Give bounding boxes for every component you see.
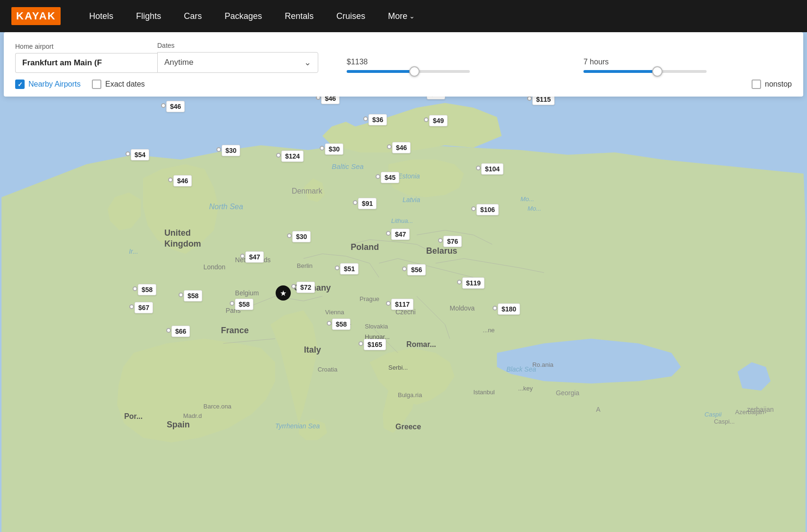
svg-text:Belgium: Belgium [235, 289, 259, 297]
price-label-pin[interactable]: $58 [235, 299, 253, 310]
airport-dot[interactable] [386, 301, 391, 306]
price-label-pin[interactable]: $56 [407, 264, 426, 275]
nav-flights[interactable]: Flights [132, 9, 165, 23]
kayak-logo[interactable]: KAYAK [11, 7, 61, 25]
price-label-pin[interactable]: $45 [381, 172, 399, 183]
svg-text:Ir...: Ir... [129, 248, 138, 255]
map-container[interactable]: United Kingdom France Germany Netherland… [0, 32, 807, 532]
price-label-pin[interactable]: $46 [392, 142, 411, 153]
airport-dot[interactable] [161, 103, 166, 108]
airport-dot[interactable] [376, 174, 380, 179]
airport-dot[interactable] [527, 96, 532, 101]
airport-dot[interactable] [476, 166, 481, 170]
nav-more[interactable]: More ⌄ [384, 9, 419, 23]
svg-text:France: France [221, 326, 249, 335]
price-label-pin[interactable]: $124 [281, 151, 304, 162]
price-label-pin[interactable]: $30 [292, 231, 311, 242]
airport-dot[interactable] [168, 177, 173, 182]
price-label-pin[interactable]: $58 [184, 290, 202, 301]
svg-text:Slovakia: Slovakia [365, 323, 388, 330]
price-slider-track[interactable] [347, 70, 470, 73]
nav-packages[interactable]: Packages [221, 9, 266, 23]
price-label-pin[interactable]: $76 [443, 236, 462, 247]
airport-dot[interactable] [424, 117, 429, 122]
nav-cruises[interactable]: Cruises [332, 9, 369, 23]
svg-text:Spain: Spain [167, 420, 190, 429]
price-label-pin[interactable]: $46 [173, 175, 192, 186]
airport-dot[interactable] [179, 293, 183, 297]
nonstop-checkbox[interactable]: nonstop [752, 80, 792, 89]
airport-dot[interactable] [471, 206, 476, 211]
svg-text:Berlin: Berlin [297, 262, 313, 269]
svg-text:Caspi...: Caspi... [714, 418, 735, 425]
home-airport-input[interactable] [15, 53, 157, 73]
airport-dot[interactable] [457, 280, 462, 284]
airport-dot[interactable] [320, 146, 324, 151]
airport-dot[interactable] [387, 144, 392, 149]
airport-dot[interactable] [335, 266, 340, 270]
price-label-pin[interactable]: $30 [325, 143, 343, 155]
svg-text:Latvia: Latvia [403, 196, 420, 204]
price-label-pin[interactable]: $165 [364, 339, 386, 350]
airport-dot[interactable] [216, 147, 221, 152]
svg-text:Mo...: Mo... [528, 205, 541, 212]
price-label-pin[interactable]: $47 [245, 251, 264, 263]
nearby-airports-label: Nearby Airports [28, 80, 81, 89]
airport-dot[interactable] [386, 231, 391, 236]
price-label-pin[interactable]: $106 [476, 204, 499, 215]
price-label-pin[interactable]: $54 [131, 149, 149, 160]
hours-slider-track[interactable] [583, 70, 707, 73]
price-label-pin[interactable]: $117 [391, 299, 413, 310]
airport-dot[interactable] [230, 301, 234, 306]
price-label-pin[interactable]: $30 [222, 145, 240, 156]
dates-select[interactable]: Anytime ⌄ [157, 52, 318, 73]
airport-dot[interactable] [327, 321, 332, 326]
airport-dot[interactable] [287, 233, 292, 238]
airport-dot[interactable] [402, 266, 407, 271]
price-label-pin[interactable]: $104 [481, 163, 503, 175]
svg-text:Greece: Greece [395, 423, 421, 431]
airport-dot[interactable] [438, 238, 443, 243]
price-label-pin[interactable]: $51 [340, 263, 359, 275]
price-slider-thumb[interactable] [409, 66, 420, 77]
nav-more-label: More [388, 11, 407, 21]
nav-cars[interactable]: Cars [180, 9, 206, 23]
airport-dot[interactable] [493, 306, 497, 310]
svg-text:Estonia: Estonia [398, 172, 420, 180]
home-airport-marker: ★ [276, 285, 291, 301]
svg-text:...ne: ...ne [483, 327, 494, 334]
price-label-pin[interactable]: $72 [296, 282, 315, 293]
price-label: $1138 [347, 58, 555, 66]
price-label-pin[interactable]: $58 [138, 284, 156, 295]
exact-dates-checkbox[interactable]: Exact dates [92, 80, 145, 89]
airport-dot[interactable] [359, 341, 363, 346]
airport-dot[interactable] [353, 200, 358, 205]
price-label-pin[interactable]: $49 [429, 115, 448, 126]
airport-dot[interactable] [276, 153, 281, 158]
checkmark-icon: ✓ [18, 81, 23, 88]
price-label-pin[interactable]: $180 [498, 303, 520, 315]
svg-text:Por...: Por... [124, 412, 143, 420]
price-slider-group: $1138 [347, 58, 555, 73]
airport-dot[interactable] [363, 116, 368, 121]
airport-dot[interactable] [129, 304, 134, 309]
nav-hotels[interactable]: Hotels [85, 9, 117, 23]
home-airport-label: Home airport [15, 43, 157, 50]
price-label-pin[interactable]: $36 [368, 114, 387, 125]
airport-dot[interactable] [166, 328, 171, 333]
nav-rentals[interactable]: Rentals [281, 9, 317, 23]
svg-text:Belarus: Belarus [426, 246, 457, 256]
price-label-pin[interactable]: $91 [358, 198, 377, 209]
airport-dot[interactable] [291, 284, 296, 289]
price-label-pin[interactable]: $58 [332, 319, 350, 330]
price-label-pin[interactable]: $66 [171, 326, 190, 337]
nearby-airports-checkbox[interactable]: ✓ Nearby Airports [15, 80, 81, 89]
airport-dot[interactable] [126, 151, 130, 156]
airport-dot[interactable] [240, 254, 245, 258]
price-label-pin[interactable]: $67 [134, 302, 153, 313]
airport-dot[interactable] [133, 286, 137, 291]
price-label-pin[interactable]: $119 [462, 277, 484, 289]
price-label-pin[interactable]: $46 [166, 101, 185, 112]
hours-slider-thumb[interactable] [652, 66, 663, 77]
price-label-pin[interactable]: $47 [391, 229, 410, 240]
